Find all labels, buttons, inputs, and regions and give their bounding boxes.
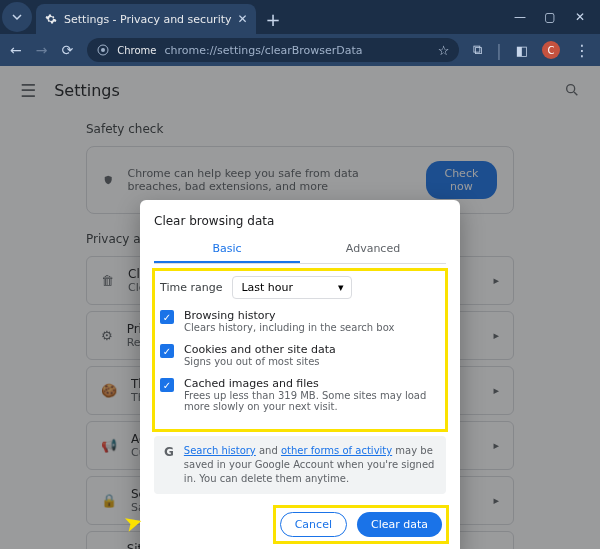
button-highlight: Cancel Clear data <box>276 508 446 541</box>
chevron-down-icon <box>12 12 22 22</box>
forward-button[interactable]: → <box>36 42 48 58</box>
tab-close-button[interactable]: ✕ <box>238 12 248 26</box>
checkbox-sub: Frees up less than 319 MB. Some sites ma… <box>184 390 440 412</box>
window-maximize-button[interactable]: ▢ <box>544 10 556 24</box>
cancel-button[interactable]: Cancel <box>280 512 347 537</box>
tab-title: Settings - Privacy and security <box>64 13 232 26</box>
time-range-value: Last hour <box>241 281 293 294</box>
sidepanel-icon[interactable]: ◧ <box>516 43 528 58</box>
reload-button[interactable]: ⟳ <box>61 42 73 58</box>
browser-toolbar: ← → ⟳ Chrome chrome://settings/clearBrow… <box>0 34 600 66</box>
address-bar[interactable]: Chrome chrome://settings/clearBrowserDat… <box>87 38 459 62</box>
google-icon: G <box>164 444 174 486</box>
omnibox-chip: Chrome <box>117 45 156 56</box>
omnibox-url: chrome://settings/clearBrowserData <box>164 44 429 57</box>
window-titlebar: Settings - Privacy and security ✕ + — ▢ … <box>0 0 600 34</box>
highlight-region: Time range Last hour ▾ ✓Browsing history… <box>154 270 446 430</box>
dialog-title: Clear browsing data <box>154 214 446 228</box>
checkbox-title: Browsing history <box>184 309 394 322</box>
checkbox-row: ✓Browsing historyClears history, includi… <box>160 309 440 333</box>
dropdown-icon: ▾ <box>338 281 344 294</box>
checkbox[interactable]: ✓ <box>160 378 174 392</box>
back-button[interactable]: ← <box>10 42 22 58</box>
tab-search-button[interactable] <box>2 2 32 32</box>
time-range-label: Time range <box>160 281 222 294</box>
chrome-icon <box>97 44 109 56</box>
checkbox[interactable]: ✓ <box>160 310 174 324</box>
time-range-select[interactable]: Last hour ▾ <box>232 276 352 299</box>
extensions-icon[interactable]: ⧉ <box>473 42 482 58</box>
tab-advanced[interactable]: Advanced <box>300 236 446 263</box>
clear-data-button[interactable]: Clear data <box>357 512 442 537</box>
other-activity-link[interactable]: other forms of activity <box>281 445 392 456</box>
dialog-tabs: Basic Advanced <box>154 236 446 264</box>
window-minimize-button[interactable]: — <box>514 10 526 24</box>
profile-avatar[interactable]: C <box>542 41 560 59</box>
new-tab-button[interactable]: + <box>256 9 291 34</box>
gear-icon <box>44 12 58 26</box>
checkbox-sub: Clears history, including in the search … <box>184 322 394 333</box>
tab-basic[interactable]: Basic <box>154 236 300 263</box>
checkbox-title: Cookies and other site data <box>184 343 336 356</box>
checkbox-row: ✓Cached images and filesFrees up less th… <box>160 377 440 412</box>
clear-browsing-data-dialog: Clear browsing data Basic Advanced Time … <box>140 200 460 549</box>
browser-menu-button[interactable]: ⋮ <box>574 41 590 60</box>
svg-point-1 <box>101 48 105 52</box>
search-history-link[interactable]: Search history <box>184 445 256 456</box>
checkbox-sub: Signs you out of most sites <box>184 356 336 367</box>
info-box: G Search history and other forms of acti… <box>154 436 446 494</box>
checkbox-title: Cached images and files <box>184 377 440 390</box>
checkbox-row: ✓Cookies and other site dataSigns you ou… <box>160 343 440 367</box>
browser-tab[interactable]: Settings - Privacy and security ✕ <box>36 4 256 34</box>
bookmark-icon[interactable]: ☆ <box>438 43 450 58</box>
window-close-button[interactable]: ✕ <box>574 10 586 24</box>
checkbox[interactable]: ✓ <box>160 344 174 358</box>
